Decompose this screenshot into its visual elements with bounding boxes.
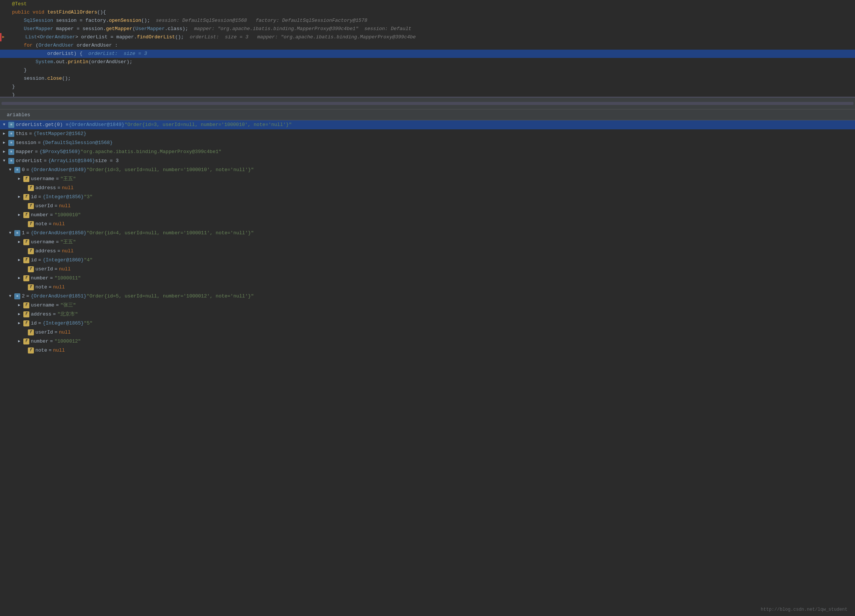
- var-ref: {$Proxy5@1569}: [40, 148, 81, 156]
- var-arrow-collapsed[interactable]: [3, 130, 8, 138]
- line-gutter: [0, 8, 9, 17]
- f-icon: f: [23, 212, 29, 218]
- var-null: null: [53, 283, 65, 292]
- var-arrow-expanded[interactable]: [9, 166, 14, 174]
- var-arrow-expanded[interactable]: [3, 157, 8, 165]
- var-row-order0-note[interactable]: f note = null: [0, 220, 855, 229]
- var-ref: {Integer@1856}: [43, 193, 84, 201]
- var-null: null: [62, 184, 74, 192]
- var-name: username: [31, 301, 54, 309]
- var-arrow-expanded[interactable]: [3, 121, 8, 129]
- f-icon: f: [23, 194, 29, 200]
- var-arrow-collapsed[interactable]: [18, 211, 23, 219]
- var-row-order2-userid[interactable]: f userId = null: [0, 328, 855, 337]
- var-string-val: "3": [84, 193, 93, 201]
- var-row-session[interactable]: ≡ session = {DefaultSqlSession@1568}: [0, 138, 855, 147]
- var-eq: =: [55, 265, 58, 274]
- var-arrow-collapsed[interactable]: [18, 319, 23, 327]
- var-row-this[interactable]: ≡ this = {TestMapper2@1562}: [0, 129, 855, 138]
- var-ref: {ArrayList@1846}: [48, 157, 95, 165]
- var-string-val: "Order{id=3, userId=null, number='100001…: [124, 121, 292, 129]
- var-eq: =: [49, 220, 52, 228]
- var-name: username: [31, 175, 54, 183]
- var-arrow-collapsed[interactable]: [3, 148, 8, 156]
- stack-icon: ≡: [14, 230, 20, 236]
- var-name: id: [31, 319, 37, 327]
- var-null: null: [62, 247, 74, 255]
- var-row-mapper[interactable]: ≡ mapper = {$Proxy5@1569} "org.apache.ib…: [0, 147, 855, 156]
- var-row-order1-note[interactable]: f note = null: [0, 283, 855, 292]
- var-row-order1-userid[interactable]: f userId = null: [0, 265, 855, 274]
- var-row-order0-number[interactable]: f number = "1000010": [0, 211, 855, 220]
- var-size: size = 3: [95, 157, 118, 165]
- code-line: SqlSession session = factory.openSession…: [0, 17, 855, 25]
- var-row-order0-id[interactable]: f id = {Integer@1856} "3": [0, 193, 855, 202]
- var-string-val: "1000011": [55, 274, 81, 283]
- f-icon: f: [23, 239, 29, 245]
- var-row-order1-username[interactable]: f username = "王五": [0, 238, 855, 247]
- f-icon: f: [28, 347, 34, 353]
- var-row-order1-address[interactable]: f address = null: [0, 247, 855, 256]
- line-gutter: [0, 0, 9, 8]
- var-eq: =: [50, 337, 53, 345]
- var-row-order1[interactable]: ≡ 1 = {OrderAndUser@1850} "Order{id=4, u…: [0, 229, 855, 238]
- var-arrow-expanded[interactable]: [9, 292, 14, 301]
- var-row-orderlist[interactable]: ≡ orderList = {ArrayList@1846} size = 3: [0, 156, 855, 165]
- separator-bar: [0, 98, 855, 109]
- code-line: public void testFindAllOrders(){: [0, 8, 855, 17]
- var-row-order2-address[interactable]: f address = "北京市": [0, 310, 855, 319]
- var-name: this: [16, 130, 28, 138]
- stack-icon: ≡: [8, 149, 14, 155]
- var-arrow-collapsed[interactable]: [18, 193, 23, 201]
- var-arrow-collapsed[interactable]: [18, 238, 23, 246]
- line-gutter: [0, 25, 9, 33]
- var-row-order2-id[interactable]: f id = {Integer@1865} "5": [0, 319, 855, 328]
- var-arrow-expanded[interactable]: [9, 229, 14, 237]
- stack-icon: ≡: [14, 167, 20, 173]
- var-null: null: [59, 328, 71, 336]
- var-ref: {DefaultSqlSession@1568}: [42, 139, 112, 147]
- variables-panel-header: ariables: [0, 109, 855, 120]
- var-arrow-collapsed[interactable]: [18, 274, 23, 283]
- var-name: address: [35, 247, 56, 255]
- var-eq: =: [35, 148, 38, 156]
- var-row-order2-number[interactable]: f number = "1000012": [0, 337, 855, 346]
- var-name: 1: [22, 229, 25, 237]
- variables-title: ariables: [4, 110, 33, 119]
- var-eq: =: [26, 229, 29, 237]
- var-row-order0-username[interactable]: f username = "王五": [0, 174, 855, 183]
- f-icon: f: [23, 320, 29, 326]
- var-eq: =: [38, 193, 41, 201]
- f-icon: f: [23, 176, 29, 182]
- var-arrow-collapsed[interactable]: [3, 139, 8, 147]
- f-icon: f: [28, 248, 34, 254]
- var-eq: =: [58, 184, 61, 192]
- var-arrow-collapsed[interactable]: [18, 175, 23, 183]
- var-string-val: "张三": [60, 301, 76, 309]
- var-row-order1-number[interactable]: f number = "1000011": [0, 274, 855, 283]
- code-editor: @Test public void testFindAllOrders(){ S…: [0, 0, 855, 98]
- f-icon: f: [28, 329, 34, 335]
- stack-icon: ≡: [8, 131, 14, 137]
- var-row-order0-userid[interactable]: f userId = null: [0, 202, 855, 211]
- var-string-val: "Order{id=3, userId=null, number='100001…: [87, 166, 254, 174]
- var-arrow-collapsed[interactable]: [18, 337, 23, 345]
- var-row-orderlist-get0[interactable]: ≡ orderList.get(0) = {OrderAndUser@1849}…: [0, 120, 855, 129]
- var-row-order2-username[interactable]: f username = "张三": [0, 301, 855, 310]
- var-row-order2[interactable]: ≡ 2 = {OrderAndUser@1851} "Order{id=5, u…: [0, 292, 855, 301]
- var-row-order0-address[interactable]: f address = null: [0, 183, 855, 193]
- line-gutter: [0, 75, 9, 83]
- code-content: session.close();: [9, 75, 855, 83]
- var-row-order2-note[interactable]: f note = null: [0, 346, 855, 355]
- var-name: address: [31, 310, 52, 318]
- var-arrow-collapsed[interactable]: [18, 310, 23, 318]
- var-eq: =: [38, 319, 41, 327]
- var-eq: =: [56, 238, 59, 246]
- code-content: List<OrderAndUser> orderList = mapper.fi…: [11, 33, 855, 41]
- var-row-order1-id[interactable]: f id = {Integer@1860} "4": [0, 256, 855, 265]
- var-null: null: [53, 220, 65, 228]
- var-arrow-collapsed[interactable]: [18, 256, 23, 264]
- var-row-order0[interactable]: ≡ 0 = {OrderAndUser@1849} "Order{id=3, u…: [0, 165, 855, 174]
- line-gutter: [0, 66, 9, 75]
- var-arrow-collapsed[interactable]: [18, 301, 23, 309]
